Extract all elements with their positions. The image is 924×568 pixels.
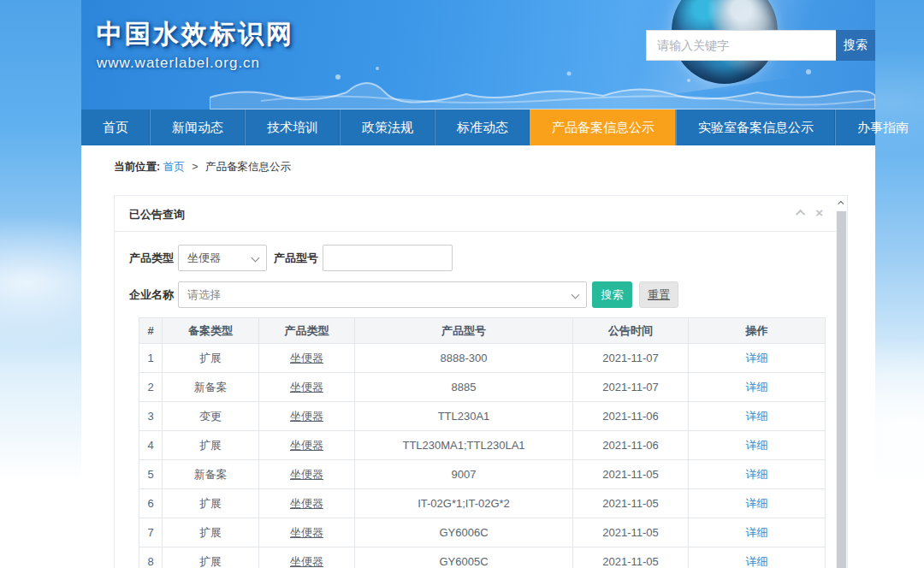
close-icon[interactable]: ×: [815, 206, 823, 219]
table-cell: TTL230A1: [355, 402, 573, 431]
detail-link[interactable]: 详细: [746, 410, 768, 423]
company-select[interactable]: 请选择: [178, 281, 587, 308]
table-cell: 2021-11-05: [573, 547, 689, 568]
table-row: 6扩展坐便器IT-02G*1;IT-02G*22021-11-05详细: [139, 489, 826, 518]
filter-row-1: 产品类型 坐便器 产品型号: [129, 245, 832, 271]
detail-link[interactable]: 详细: [746, 352, 768, 364]
nav-item-2[interactable]: 技术培训: [245, 109, 340, 145]
product-category-link[interactable]: 坐便器: [290, 497, 323, 510]
filter-row-2: 企业名称 请选择 搜索 重置: [129, 281, 832, 308]
table-cell: 2021-11-07: [573, 373, 689, 402]
table-cell: 详细: [689, 460, 826, 489]
table-cell: 坐便器: [259, 460, 355, 489]
table-cell: 变更: [163, 402, 259, 431]
table-cell: 6: [139, 489, 163, 518]
table-cell: 2021-11-05: [573, 460, 689, 489]
chevron-down-icon: [252, 254, 260, 263]
table-cell: 扩展: [163, 344, 259, 373]
breadcrumb: 当前位置: 首页 > 产品备案信息公示: [114, 160, 291, 175]
table-body: 1扩展坐便器8888-3002021-11-07详细2新备案坐便器8885202…: [139, 344, 826, 568]
table-header-cell: 产品型号: [355, 318, 573, 344]
table-cell: 坐便器: [259, 518, 355, 547]
detail-link[interactable]: 详细: [746, 439, 768, 452]
product-category-link[interactable]: 坐便器: [290, 352, 323, 364]
table-cell: 新备案: [163, 373, 259, 402]
table-header-cell: 操作: [689, 318, 826, 344]
table-row: 4扩展坐便器TTL230MA1;TTL230LA12021-11-06详细: [139, 431, 826, 460]
scrollbar-thumb[interactable]: [837, 211, 846, 568]
product-category-link[interactable]: 坐便器: [290, 381, 323, 393]
product-category-link[interactable]: 坐便器: [290, 468, 323, 481]
detail-link[interactable]: 详细: [746, 381, 768, 393]
product-category-link[interactable]: 坐便器: [290, 526, 323, 539]
table-cell: IT-02G*1;IT-02G*2: [355, 489, 573, 518]
collapse-icon[interactable]: [796, 209, 805, 218]
table-cell: 7: [139, 518, 163, 547]
scroll-up-button[interactable]: [836, 196, 847, 210]
table-cell: 详细: [689, 518, 826, 547]
product-category-link[interactable]: 坐便器: [290, 410, 323, 423]
content-area: 当前位置: 首页 > 产品备案信息公示 已公告查询 × 产品类型: [81, 145, 875, 568]
nav-item-0[interactable]: 首页: [81, 109, 150, 145]
nav-item-6[interactable]: 实验室备案信息公示: [676, 109, 835, 145]
site-logo-url: www.waterlabel.org.cn: [97, 55, 294, 72]
table-header-cell: 备案类型: [163, 318, 259, 344]
table-cell: 详细: [689, 402, 826, 431]
detail-link[interactable]: 详细: [746, 468, 768, 481]
breadcrumb-separator: >: [192, 161, 198, 173]
header-search-button[interactable]: 搜索: [836, 30, 875, 61]
table-cell: 2021-11-07: [573, 344, 689, 373]
table-cell: 2: [139, 373, 163, 402]
table-row: 3变更坐便器TTL230A12021-11-06详细: [139, 402, 826, 431]
filter-search-button[interactable]: 搜索: [592, 281, 632, 308]
table-cell: 详细: [689, 431, 826, 460]
table-cell: 扩展: [163, 518, 259, 547]
table-cell: 新备案: [163, 460, 259, 489]
table-cell: 坐便器: [259, 373, 355, 402]
filter-reset-button[interactable]: 重置: [639, 281, 678, 308]
product-model-input[interactable]: [323, 245, 453, 271]
detail-link[interactable]: 详细: [746, 526, 768, 539]
chevron-down-icon: [572, 291, 580, 299]
results-table: #备案类型产品类型产品型号公告时间操作 1扩展坐便器8888-3002021-1…: [139, 317, 826, 568]
panel-body: 产品类型 坐便器 产品型号 企业名称 请选择: [115, 245, 847, 568]
table-cell: 8888-300: [355, 344, 573, 373]
table-header-row: #备案类型产品类型产品型号公告时间操作: [139, 318, 826, 344]
vertical-scrollbar[interactable]: [836, 196, 847, 568]
table-cell: 坐便器: [259, 402, 355, 431]
breadcrumb-home-link[interactable]: 首页: [163, 161, 185, 173]
detail-link[interactable]: 详细: [746, 555, 768, 568]
scroll-up-icon: [838, 201, 844, 207]
page: 中国水效标识网 www.waterlabel.org.cn 搜索 首页新闻动态技…: [0, 0, 924, 568]
table-header-cell: #: [139, 318, 163, 344]
nav-item-5[interactable]: 产品备案信息公示: [530, 109, 676, 145]
table-cell: 5: [139, 460, 163, 489]
product-type-value: 坐便器: [187, 251, 221, 266]
table-cell: 扩展: [163, 431, 259, 460]
site-logo: 中国水效标识网 www.waterlabel.org.cn: [97, 17, 294, 72]
table-cell: GY6006C: [355, 518, 573, 547]
table-cell: 4: [139, 431, 163, 460]
product-type-label: 产品类型: [129, 251, 174, 266]
detail-link[interactable]: 详细: [746, 497, 768, 510]
product-category-link[interactable]: 坐便器: [290, 555, 323, 568]
nav-item-1[interactable]: 新闻动态: [150, 109, 245, 145]
product-category-link[interactable]: 坐便器: [290, 439, 323, 452]
table-row: 8扩展坐便器GY6005C2021-11-05详细: [139, 547, 826, 568]
table-cell: 2021-11-05: [573, 518, 689, 547]
table-cell: 2021-11-06: [573, 402, 689, 431]
product-type-select[interactable]: 坐便器: [178, 245, 267, 271]
table-row: 7扩展坐便器GY6006C2021-11-05详细: [139, 518, 826, 547]
table-cell: 8885: [355, 373, 573, 402]
table-cell: 坐便器: [259, 489, 355, 518]
nav-item-4[interactable]: 标准动态: [435, 109, 530, 145]
panel-title: 已公告查询: [129, 207, 185, 222]
table-cell: 详细: [689, 547, 826, 568]
site-banner: 中国水效标识网 www.waterlabel.org.cn 搜索: [81, 0, 875, 109]
header-search-input[interactable]: [646, 30, 836, 61]
table-row: 2新备案坐便器88852021-11-07详细: [139, 373, 826, 402]
nav-item-3[interactable]: 政策法规: [340, 109, 435, 145]
table-row: 5新备案坐便器90072021-11-05详细: [139, 460, 826, 489]
nav-item-7[interactable]: 办事指南: [835, 109, 924, 145]
company-placeholder: 请选择: [187, 287, 221, 303]
